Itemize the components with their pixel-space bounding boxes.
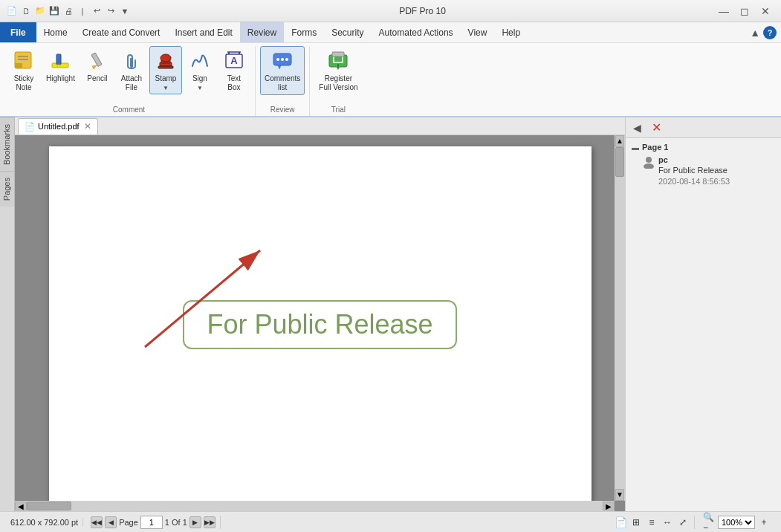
scroll-down-arrow[interactable]: ▼ — [615, 489, 624, 501]
continuous-view-button[interactable]: ≡ — [645, 516, 658, 529]
single-page-view-button[interactable]: 📄 — [614, 516, 627, 529]
zoom-section: 🔍− 100% 75% 50% 125% 150% + — [698, 516, 775, 529]
ribbon-group-trial: RegisterFull Version Trial — [310, 46, 366, 116]
save-icon[interactable]: 💾 — [48, 5, 60, 17]
menu-item-review[interactable]: Review — [240, 22, 284, 42]
panel-page-header: ▬ Page 1 — [632, 143, 775, 152]
undo-icon[interactable]: ↩ — [91, 5, 103, 17]
status-bar: 612.00 x 792.00 pt ◀◀ ◀ Page 1 Of 1 ▶ ▶▶… — [0, 511, 781, 532]
sidebar-tab-bookmarks[interactable]: Bookmarks — [0, 117, 14, 171]
menu-item-insert-edit[interactable]: Insert and Edit — [167, 22, 239, 42]
menu-item-create-convert[interactable]: Create and Convert — [75, 22, 168, 42]
sidebar-tab-pages[interactable]: Pages — [0, 171, 14, 207]
prev-page-button[interactable]: ◀ — [105, 516, 117, 528]
panel-comment-text: pc For Public Release 2020-08-14 8:56:53 — [658, 155, 730, 186]
panel-comment-item[interactable]: pc For Public Release 2020-08-14 8:56:53 — [632, 153, 775, 188]
pdf-tab[interactable]: 📄 Untitled.pdf ✕ — [18, 118, 98, 134]
page-number-input[interactable] — [140, 516, 163, 529]
fit-page-button[interactable]: ⤢ — [676, 516, 690, 529]
register-button[interactable]: RegisterFull Version — [314, 46, 362, 95]
pencil-label: Pencil — [87, 74, 107, 83]
menu-item-view[interactable]: View — [461, 22, 495, 42]
restore-button[interactable]: ◻ — [735, 4, 754, 19]
two-page-view-button[interactable]: ⊞ — [629, 516, 643, 529]
close-button[interactable]: ✕ — [756, 4, 775, 19]
pdf-stamp: For Public Release — [183, 300, 456, 349]
redo-icon[interactable]: ↪ — [105, 5, 117, 17]
svg-point-11 — [161, 54, 171, 62]
menu-item-forms[interactable]: Forms — [284, 22, 324, 42]
help-icon[interactable]: ? — [763, 26, 777, 39]
stamp-icon — [154, 49, 178, 73]
pdf-viewport[interactable]: ▲ ▼ ◀ ▶ For Public Release — [15, 135, 625, 511]
comment-date: 2020-08-14 8:56:53 — [658, 176, 730, 186]
new-icon[interactable]: 🗋 — [20, 5, 32, 17]
svg-point-29 — [646, 157, 652, 163]
scroll-up-arrow[interactable]: ▲ — [615, 135, 624, 147]
right-panel: ◀ ✕ ▬ Page 1 pc F — [625, 117, 781, 511]
sign-label: Sign — [192, 74, 207, 83]
expand-icon[interactable]: ▲ — [750, 27, 760, 39]
comments-list-button[interactable]: Commentslist — [260, 46, 305, 95]
stamp-label: Stamp — [155, 74, 176, 83]
svg-point-20 — [276, 58, 279, 61]
sticky-note-button[interactable]: StickyNote — [7, 46, 40, 95]
right-panel-toolbar: ◀ ✕ — [626, 117, 781, 138]
pdf-tab-close[interactable]: ✕ — [84, 121, 91, 132]
menu-item-automated-actions[interactable]: Automated Actions — [372, 22, 461, 42]
comment-author: pc — [658, 155, 730, 165]
menu-item-home[interactable]: Home — [36, 22, 75, 42]
comment-buttons: StickyNote Highlight — [7, 46, 250, 104]
menu-item-security[interactable]: Security — [324, 22, 371, 42]
pdf-tab-label: Untitled.pdf — [38, 122, 80, 131]
svg-rect-12 — [158, 66, 173, 68]
panel-delete-button[interactable]: ✕ — [648, 120, 664, 136]
sign-dropdown: ▼ — [197, 85, 203, 91]
scroll-left-arrow[interactable]: ◀ — [15, 502, 27, 510]
title-bar: 📄 🗋 📁 💾 🖨 | ↩ ↪ ▼ PDF Pro 10 — ◻ ✕ — [0, 0, 781, 22]
minimize-button[interactable]: — — [714, 4, 733, 19]
text-box-icon: A — [222, 49, 246, 73]
panel-page-label: Page 1 — [642, 143, 668, 152]
vertical-scrollbar[interactable]: ▲ ▼ — [615, 135, 625, 501]
ribbon-content: StickyNote Highlight — [0, 43, 781, 116]
folder-icon[interactable]: 📁 — [34, 5, 46, 17]
attach-file-button[interactable]: AttachFile — [115, 46, 148, 95]
zoom-in-button[interactable]: + — [757, 516, 771, 529]
svg-rect-24 — [332, 52, 344, 56]
sign-button[interactable]: Sign ▼ — [184, 46, 216, 94]
print-icon[interactable]: 🖨 — [62, 5, 74, 17]
scroll-thumb-v[interactable] — [615, 147, 624, 177]
more-icon[interactable]: ▼ — [119, 5, 131, 17]
svg-point-21 — [281, 58, 284, 61]
last-page-button[interactable]: ▶▶ — [204, 516, 215, 528]
zoom-select[interactable]: 100% 75% 50% 125% 150% — [718, 516, 755, 529]
horizontal-scrollbar[interactable]: ◀ ▶ — [15, 501, 615, 511]
scroll-right-arrow[interactable]: ▶ — [603, 502, 615, 510]
zoom-out-button[interactable]: 🔍− — [702, 516, 716, 529]
next-page-button[interactable]: ▶ — [189, 516, 201, 528]
stamp-button[interactable]: Stamp ▼ — [149, 46, 182, 94]
dimensions-section: 612.00 x 792.00 pt — [6, 518, 83, 527]
menu-item-file[interactable]: File — [0, 22, 36, 42]
text-box-button[interactable]: A TextBox — [218, 46, 250, 95]
register-icon — [326, 49, 350, 73]
first-page-button[interactable]: ◀◀ — [91, 516, 103, 528]
text-box-label: TextBox — [227, 74, 241, 92]
fit-width-button[interactable]: ↔ — [661, 516, 674, 529]
svg-rect-7 — [91, 53, 102, 67]
sticky-note-label: StickyNote — [14, 74, 34, 92]
svg-point-30 — [644, 163, 654, 169]
highlight-button[interactable]: Highlight — [42, 46, 80, 86]
sidebar-tabs: Bookmarks Pages — [0, 117, 15, 511]
main-layout: Bookmarks Pages 📄 Untitled.pdf ✕ ▲ ▼ ◀ — [0, 117, 781, 511]
pdf-tab-icon: 📄 — [25, 122, 35, 132]
menu-item-help[interactable]: Help — [494, 22, 528, 42]
expand-icon[interactable]: ▬ — [632, 143, 639, 152]
comment-content: For Public Release — [658, 165, 730, 175]
scroll-thumb-h[interactable] — [27, 502, 71, 510]
of-label: 1 Of 1 — [165, 518, 187, 527]
panel-back-button[interactable]: ◀ — [629, 120, 645, 136]
pencil-button[interactable]: Pencil — [81, 46, 114, 86]
comments-list-label: Commentslist — [265, 74, 300, 92]
